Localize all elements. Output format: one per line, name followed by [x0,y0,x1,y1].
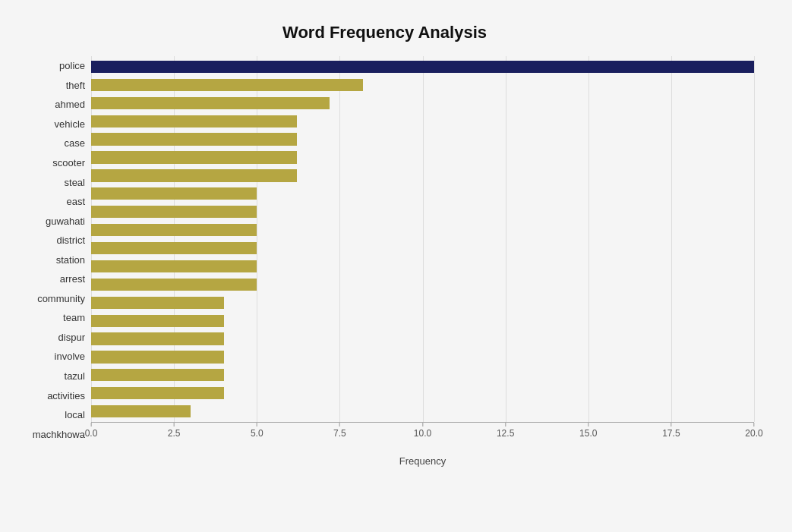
x-tick-line [91,423,92,427]
x-axis-title: Frequency [91,455,754,467]
x-tick-label: 15.0 [579,428,597,439]
x-tick: 5.0 [251,423,263,439]
x-tick-line [174,423,175,427]
x-tick-line [339,423,340,427]
bar-row-scooter [91,149,754,167]
bar-machkhowa [91,405,191,417]
y-label-police: police [15,61,85,71]
bar-local [91,387,224,399]
x-tick-line [422,423,423,427]
bar-guwahati [91,206,257,218]
x-tick: 17.5 [662,423,680,439]
bar-row-east [91,184,754,203]
bar-activities [91,369,224,381]
chart-area: policetheftahmedvehiclecasescootersteale… [15,56,754,467]
y-label-activities: activities [15,391,85,401]
bar-row-case [91,131,754,149]
bar-row-local [91,384,754,402]
bar-tazul [91,351,224,363]
grid-line [754,56,755,422]
x-tick: 0.0 [85,423,98,439]
bar-dispur [91,315,224,327]
bar-arrest [91,260,257,272]
bars-inner [91,56,754,422]
bar-row-community [91,275,754,294]
bar-row-vehicle [91,112,754,131]
bar-row-police [91,58,754,76]
bar-row-steal [91,166,754,184]
y-label-local: local [15,410,85,420]
bar-east [91,187,257,200]
y-label-ahmed: ahmed [15,99,85,109]
bars-area [91,56,754,422]
bar-row-district [91,221,754,239]
bar-row-theft [91,76,754,94]
bar-community [91,279,257,291]
y-label-case: case [15,138,85,148]
bar-row-machkhowa [91,402,754,420]
x-tick: 15.0 [579,423,597,439]
x-tick-line [671,423,671,427]
x-tick-label: 7.5 [333,428,346,439]
y-label-steal: steal [15,178,85,187]
bar-row-station [91,239,754,257]
bar-theft [91,79,363,91]
x-tick: 2.5 [168,423,181,439]
bars-and-xaxis: 0.02.55.07.510.012.515.017.520.0 Frequen… [91,56,754,467]
chart-title: Word Frequency Analysis [15,23,754,42]
bar-district [91,224,257,236]
y-label-east: east [15,197,85,206]
y-label-district: district [15,235,85,245]
x-tick: 12.5 [497,423,514,439]
x-tick-label: 0.0 [85,428,98,439]
y-label-involve: involve [15,351,85,361]
y-label-station: station [15,255,85,265]
y-label-vehicle: vehicle [15,119,85,129]
bar-row-involve [91,330,754,348]
x-tick-label: 20.0 [745,428,762,439]
bar-station [91,242,257,254]
bar-steal [91,169,297,181]
bar-case [91,133,297,145]
x-tick-label: 17.5 [662,428,680,439]
y-labels: policetheftahmedvehiclecasescootersteale… [15,56,91,467]
x-tick-label: 5.0 [251,428,263,439]
x-tick-line [505,423,506,427]
bar-team [91,297,224,309]
x-tick-label: 10.0 [414,428,431,439]
x-tick: 7.5 [333,423,346,439]
bar-police [91,61,754,73]
y-label-dispur: dispur [15,332,85,342]
bar-row-dispur [91,312,754,330]
bar-scooter [91,151,297,163]
bar-row-ahmed [91,94,754,112]
x-tick-line [753,423,754,427]
x-tick-label: 2.5 [168,428,181,439]
chart-container: Word Frequency Analysis policetheftahmed… [8,8,784,532]
x-tick-line [257,423,257,427]
y-label-theft: theft [15,80,85,90]
y-label-tazul: tazul [15,371,85,381]
x-tick: 20.0 [745,423,762,439]
bar-involve [91,332,224,345]
x-tick-label: 12.5 [497,428,514,439]
x-axis: 0.02.55.07.510.012.515.017.520.0 [91,422,754,452]
x-tick-line [588,423,588,427]
y-label-community: community [15,294,85,304]
y-label-machkhowa: machkhowa [15,430,85,439]
y-label-arrest: arrest [15,274,85,284]
x-tick: 10.0 [414,423,431,439]
bar-row-activities [91,366,754,384]
y-label-guwahati: guwahati [15,216,85,226]
bar-row-tazul [91,348,754,367]
bar-row-arrest [91,257,754,275]
y-label-scooter: scooter [15,158,85,168]
bar-row-guwahati [91,203,754,221]
bar-vehicle [91,115,297,127]
bar-ahmed [91,97,330,109]
bar-row-team [91,294,754,312]
y-label-team: team [15,313,85,323]
